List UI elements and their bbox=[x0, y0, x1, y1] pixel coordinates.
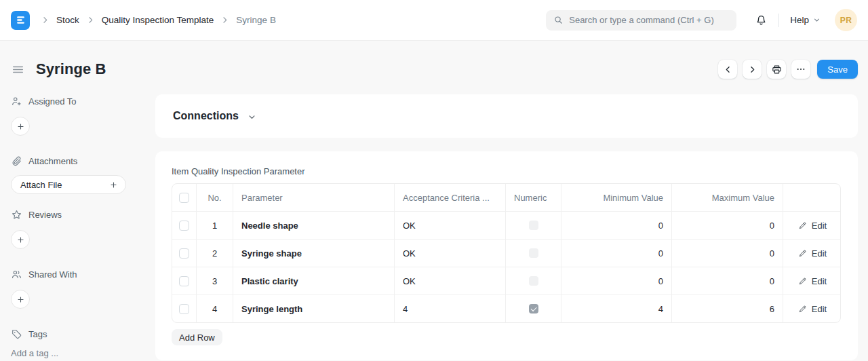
global-search[interactable] bbox=[546, 10, 736, 31]
grid-row: 1 Needle shape OK 0 0 Edit bbox=[172, 211, 840, 239]
menu-ellipsis-button[interactable] bbox=[791, 60, 810, 79]
breadcrumb-stock[interactable]: Stock bbox=[56, 15, 79, 25]
shared-with-section: Shared With bbox=[11, 269, 134, 280]
col-header-minimum-value: Minimum Value bbox=[561, 184, 672, 211]
grid-row: 4 Syringe length 4 4 6 Edit bbox=[172, 294, 840, 322]
acceptance-criteria-cell[interactable]: OK bbox=[395, 240, 506, 267]
print-button[interactable] bbox=[767, 60, 786, 79]
previous-document-button[interactable] bbox=[718, 60, 737, 79]
col-header-acceptance-criteria: Acceptance Criteria ... bbox=[395, 184, 506, 211]
grid-row: 3 Plastic clarity OK 0 0 Edit bbox=[172, 267, 840, 294]
parameter-cell[interactable]: Syringe shape bbox=[233, 240, 395, 267]
form-main: Connections Item Quality Inspection Para… bbox=[155, 94, 858, 360]
navbar: Stock Quality Inspection Template Syring… bbox=[0, 0, 868, 41]
pencil-icon bbox=[798, 305, 807, 314]
shared-with-label: Shared With bbox=[28, 269, 77, 280]
app-logo-icon[interactable] bbox=[11, 11, 30, 30]
add-row-button[interactable]: Add Row bbox=[172, 329, 222, 345]
page-body: Assigned To Attachments Attach File bbox=[0, 84, 868, 360]
parameters-section: Item Quality Inspection Parameter No. Pa… bbox=[155, 151, 858, 360]
tag-icon bbox=[11, 328, 22, 340]
minimum-value-cell[interactable]: 0 bbox=[561, 240, 672, 267]
parameter-cell[interactable]: Syringe length bbox=[233, 295, 395, 322]
col-header-numeric: Numeric bbox=[506, 184, 561, 211]
row-number: 4 bbox=[197, 295, 233, 322]
navbar-right: Help PR bbox=[546, 9, 857, 31]
chevron-down-icon bbox=[812, 16, 821, 24]
add-review-button[interactable] bbox=[11, 230, 30, 249]
search-icon bbox=[553, 15, 564, 25]
parameter-cell[interactable]: Plastic clarity bbox=[233, 267, 395, 294]
attachments-label: Attachments bbox=[28, 156, 77, 166]
row-number: 1 bbox=[197, 212, 233, 239]
chevron-right-icon bbox=[40, 15, 50, 25]
edit-row-button[interactable]: Edit bbox=[798, 276, 827, 286]
numeric-checkbox bbox=[529, 276, 538, 286]
row-number: 2 bbox=[197, 240, 233, 267]
maximum-value-cell[interactable]: 0 bbox=[672, 212, 783, 239]
assigned-to-section: Assigned To bbox=[11, 96, 134, 107]
row-checkbox[interactable] bbox=[179, 276, 189, 286]
acceptance-criteria-cell[interactable]: OK bbox=[395, 267, 506, 294]
assign-user-icon bbox=[11, 96, 22, 107]
plus-icon bbox=[109, 180, 118, 189]
save-button[interactable]: Save bbox=[817, 60, 858, 79]
add-assignment-button[interactable] bbox=[11, 117, 30, 136]
page-actions: Save bbox=[718, 60, 858, 79]
chevron-right-icon bbox=[85, 15, 96, 25]
grid-section-label: Item Quality Inspection Parameter bbox=[172, 166, 842, 176]
grid-row: 2 Syringe shape OK 0 0 Edit bbox=[172, 239, 840, 267]
select-all-checkbox[interactable] bbox=[179, 193, 189, 203]
row-checkbox[interactable] bbox=[179, 248, 189, 259]
pencil-icon bbox=[798, 221, 807, 230]
chevron-down-icon bbox=[247, 112, 257, 122]
acceptance-criteria-cell[interactable]: 4 bbox=[395, 295, 506, 322]
col-header-no: No. bbox=[197, 184, 233, 211]
reviews-section: Reviews bbox=[11, 209, 134, 221]
minimum-value-cell[interactable]: 0 bbox=[561, 267, 672, 294]
maximum-value-cell[interactable]: 0 bbox=[672, 240, 783, 267]
paperclip-icon bbox=[11, 155, 22, 167]
chevron-right-icon bbox=[220, 15, 230, 25]
maximum-value-cell[interactable]: 6 bbox=[672, 295, 783, 322]
col-header-maximum-value: Maximum Value bbox=[672, 184, 783, 211]
breadcrumb-current[interactable]: Syringe B bbox=[236, 15, 276, 25]
pencil-icon bbox=[798, 277, 807, 286]
row-checkbox[interactable] bbox=[179, 304, 189, 314]
search-input[interactable] bbox=[569, 15, 729, 25]
add-tag-input[interactable]: Add a tag ... bbox=[11, 348, 134, 358]
connections-title: Connections bbox=[173, 110, 239, 122]
help-menu[interactable]: Help bbox=[790, 15, 821, 25]
numeric-checkbox bbox=[529, 304, 538, 314]
edit-row-button[interactable]: Edit bbox=[798, 221, 827, 231]
edit-row-button[interactable]: Edit bbox=[798, 304, 827, 314]
sidebar-toggle-icon[interactable] bbox=[12, 63, 24, 76]
attach-file-button[interactable]: Attach File bbox=[11, 175, 126, 194]
col-header-parameter: Parameter bbox=[233, 184, 395, 211]
minimum-value-cell[interactable]: 4 bbox=[561, 295, 672, 322]
row-checkbox[interactable] bbox=[179, 221, 189, 231]
breadcrumb: Stock Quality Inspection Template Syring… bbox=[40, 15, 276, 25]
connections-section-header[interactable]: Connections bbox=[155, 94, 858, 138]
acceptance-criteria-cell[interactable]: OK bbox=[395, 212, 506, 239]
reviews-label: Reviews bbox=[28, 210, 62, 220]
add-share-button[interactable] bbox=[11, 290, 30, 309]
users-icon bbox=[11, 269, 22, 280]
tags-section: Tags bbox=[11, 328, 134, 340]
divider bbox=[778, 14, 779, 27]
next-document-button[interactable] bbox=[743, 60, 762, 79]
maximum-value-cell[interactable]: 0 bbox=[672, 267, 783, 294]
minimum-value-cell[interactable]: 0 bbox=[561, 212, 672, 239]
tags-label: Tags bbox=[28, 329, 47, 339]
breadcrumb-quality-inspection-template[interactable]: Quality Inspection Template bbox=[102, 15, 214, 25]
user-avatar[interactable]: PR bbox=[835, 9, 857, 31]
page-title: Syringe B bbox=[36, 60, 106, 78]
edit-row-button[interactable]: Edit bbox=[798, 248, 827, 259]
parameter-grid: No. Parameter Acceptance Criteria ... Nu… bbox=[172, 183, 841, 323]
notifications-bell-icon[interactable] bbox=[755, 14, 768, 26]
help-label: Help bbox=[790, 15, 809, 25]
page-head: Syringe B Save bbox=[0, 41, 868, 84]
parameter-cell[interactable]: Needle shape bbox=[233, 212, 395, 239]
row-number: 3 bbox=[197, 267, 233, 294]
attach-file-label: Attach File bbox=[20, 180, 109, 190]
